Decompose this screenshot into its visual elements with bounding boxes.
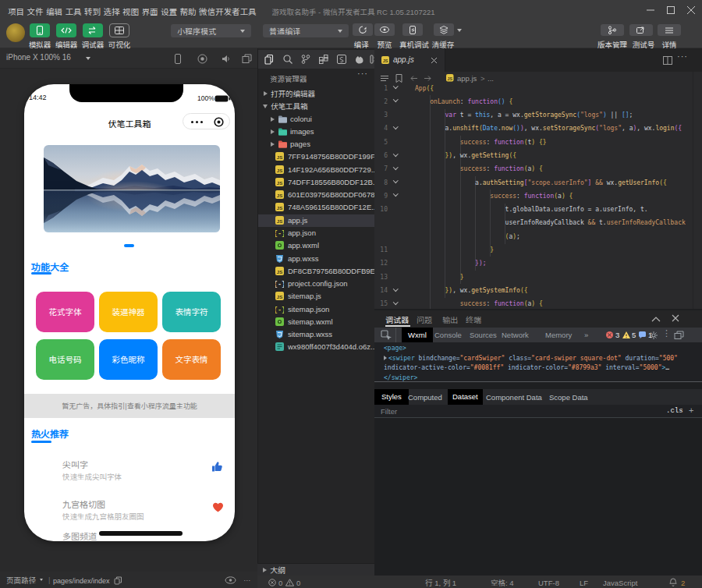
svg-text:JS: JS: [277, 180, 282, 185]
svg-text:{-}: {-}: [275, 306, 284, 313]
svg-text:JS: JS: [277, 295, 282, 299]
svg-text:JS: JS: [277, 206, 282, 211]
svg-text:JS: JS: [277, 168, 282, 172]
svg-text:JS: JS: [277, 218, 282, 223]
svg-text:JS: JS: [277, 155, 282, 160]
svg-text:{-}: {-}: [275, 281, 284, 288]
svg-text:JS: JS: [277, 269, 282, 274]
svg-text:JS: JS: [383, 58, 388, 63]
svg-text:JS: JS: [277, 193, 282, 198]
svg-text:{-}: {-}: [275, 230, 284, 237]
